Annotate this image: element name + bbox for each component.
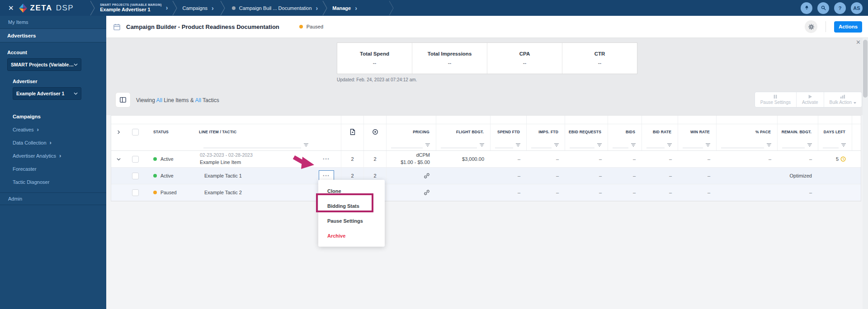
filter-icon[interactable]: [807, 143, 812, 147]
notifications-button[interactable]: [801, 2, 812, 14]
breadcrumb-advertiser[interactable]: SMART PROJECTS (VARIABLE MARGIN) Example…: [100, 3, 168, 13]
sidebar-item-advertiser-analytics[interactable]: Advertiser Analytics›: [13, 149, 106, 162]
close-summary-icon[interactable]: ✕: [856, 39, 861, 46]
table-row-tactic-1[interactable]: Active Example Tactic 1 ••• 2 2 – – – – …: [111, 168, 861, 184]
sidebar-item-my-items[interactable]: My Items: [0, 16, 106, 29]
filter-icon[interactable]: [479, 143, 485, 147]
menu-item-clone[interactable]: Clone: [318, 183, 385, 198]
chevron-right-icon[interactable]: ›: [355, 5, 357, 11]
filter-input-bid-rate[interactable]: [646, 142, 665, 148]
filter-input-line-item[interactable]: [203, 142, 301, 148]
filter-input-pricing[interactable]: [391, 142, 423, 148]
column-header-imps-ftd[interactable]: IMPS. FTD: [527, 124, 565, 140]
filter-icon[interactable]: [597, 143, 602, 147]
row-checkbox[interactable]: [132, 156, 139, 163]
scrollbar-thumb[interactable]: [863, 40, 868, 98]
filter-icon[interactable]: [554, 143, 559, 147]
filter-icon[interactable]: [766, 143, 772, 147]
column-header-line-item[interactable]: LINE ITEM / TACTIC: [199, 124, 314, 140]
filter-icon[interactable]: [303, 143, 309, 147]
breadcrumb-campaign[interactable]: Campaign Buil ... Documentation ›: [232, 5, 318, 11]
filter-input-bids[interactable]: [613, 142, 628, 148]
column-header-status[interactable]: STATUS: [147, 124, 199, 140]
column-header-bids[interactable]: BIDS: [608, 124, 642, 140]
filter-input-imps-ftd[interactable]: [531, 142, 552, 148]
all-line-items-link[interactable]: All: [156, 97, 162, 103]
column-settings-button[interactable]: [115, 92, 131, 108]
account-select[interactable]: SMART Projects (Variable Margin): [7, 58, 81, 71]
filter-icon[interactable]: [841, 143, 846, 147]
user-avatar[interactable]: AS: [851, 2, 863, 14]
column-header-days-left[interactable]: DAYS LEFT: [818, 124, 852, 140]
filter-input-ebid-requests[interactable]: [570, 142, 594, 148]
zeta-dsp-logo[interactable]: ZETA DSP: [19, 4, 74, 13]
column-header-ebid-requests[interactable]: EBID REQUESTS: [565, 124, 608, 140]
column-header-pricing[interactable]: PRICING: [387, 124, 436, 140]
breadcrumb-manage[interactable]: Manage ›: [332, 5, 357, 11]
search-button[interactable]: [817, 2, 829, 14]
column-header-spend-ftd[interactable]: SPEND FTD: [491, 124, 527, 140]
filter-icon[interactable]: [631, 143, 636, 147]
column-header-flight-budget[interactable]: FLIGHT BDGT.: [436, 124, 491, 140]
table-row-tactic-2[interactable]: Paused Example Tactic 2 – – – – – – –: [111, 184, 861, 201]
row-checkbox[interactable]: [132, 189, 139, 196]
row-checkbox[interactable]: [132, 173, 139, 179]
logo-dsp-text: DSP: [56, 4, 74, 13]
line-item-name[interactable]: Example Line Item: [200, 159, 253, 166]
filter-input-flight-budget[interactable]: [441, 142, 477, 148]
close-icon[interactable]: ✕: [8, 4, 14, 12]
help-button[interactable]: ?: [834, 2, 846, 14]
filter-input-remaining-budget[interactable]: [782, 142, 805, 148]
column-header-pace[interactable]: % PACE: [717, 124, 778, 140]
menu-item-pause-settings[interactable]: Pause Settings: [318, 213, 385, 228]
sidebar-item-admin[interactable]: Admin: [0, 193, 106, 205]
filter-icon[interactable]: [425, 143, 430, 147]
tactic-name[interactable]: Example Tactic 2: [204, 190, 242, 195]
filter-input-spend-ftd[interactable]: [495, 142, 513, 148]
breadcrumb-campaigns[interactable]: Campaigns ›: [182, 5, 213, 11]
column-header-bid-rate[interactable]: BID RATE: [642, 124, 678, 140]
chevron-right-icon[interactable]: ›: [166, 5, 168, 11]
stat-total-spend: Total Spend --: [337, 43, 412, 74]
line-item-date-range: 02-23-2023 - 02-28-2023: [200, 152, 253, 159]
column-header-remaining-budget[interactable]: REMAIN. BDGT.: [778, 124, 818, 140]
stat-label: Total Impressions: [428, 51, 472, 56]
menu-item-archive[interactable]: Archive: [318, 228, 385, 243]
filter-icon[interactable]: [705, 143, 711, 147]
settings-button[interactable]: [805, 20, 817, 33]
filter-input-days-left[interactable]: [823, 142, 839, 148]
chevron-right-icon[interactable]: ›: [316, 5, 318, 11]
column-header-win-rate[interactable]: WIN RATE: [678, 124, 717, 140]
filter-icon[interactable]: [515, 143, 521, 147]
bid-rate-value: –: [642, 151, 678, 167]
row-status-label: Active: [160, 156, 174, 162]
activate-button[interactable]: Activate: [797, 92, 824, 107]
chevron-right-icon[interactable]: ›: [212, 5, 214, 11]
row-actions-menu-button[interactable]: •••: [319, 154, 334, 164]
sidebar-item-forecaster[interactable]: Forecaster: [13, 162, 106, 175]
pause-settings-button[interactable]: Pause Settings: [755, 92, 797, 107]
tactic-name[interactable]: Example Tactic 1: [204, 173, 242, 178]
actions-button[interactable]: Actions: [834, 21, 862, 33]
filter-icon[interactable]: [667, 143, 672, 147]
advertiser-select[interactable]: Example Advertiser 1: [13, 87, 81, 100]
filter-input-win-rate[interactable]: [683, 142, 703, 148]
sidebar-item-tactic-diagnoser[interactable]: Tactic Diagnoser: [13, 175, 106, 188]
sidebar-item-creatives[interactable]: Creatives›: [13, 123, 106, 136]
stat-ctr: CTR --: [562, 43, 637, 74]
sidebar-item-data-collection[interactable]: Data Collection›: [13, 136, 106, 149]
table-row-line-item[interactable]: Active 02-23-2023 - 02-28-2023Example Li…: [111, 151, 861, 168]
filter-input-pace[interactable]: [721, 142, 764, 148]
column-header-targets[interactable]: [364, 124, 387, 140]
column-header-docs[interactable]: [341, 124, 364, 140]
sidebar-item-campaigns[interactable]: Campaigns: [13, 110, 106, 123]
select-all-checkbox[interactable]: [132, 129, 139, 136]
menu-item-bidding-stats[interactable]: Bidding Stats: [318, 198, 385, 213]
all-tactics-link[interactable]: All: [195, 97, 201, 103]
days-left-value: 5: [836, 156, 839, 162]
bid-rate-value: –: [642, 184, 678, 201]
expand-all-chevron[interactable]: [117, 130, 121, 134]
bulk-action-button[interactable]: Bulk Action: [824, 92, 862, 107]
sidebar-item-advertisers[interactable]: Advertisers: [0, 29, 106, 42]
collapse-row-chevron[interactable]: [117, 157, 121, 161]
